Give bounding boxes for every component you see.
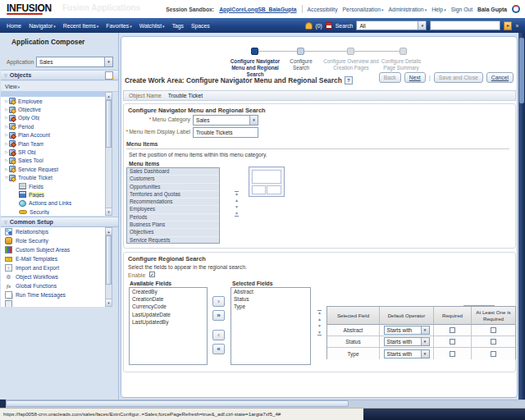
required-checkbox[interactable]	[450, 351, 455, 357]
menu-item-option[interactable]: Business Plans	[127, 221, 219, 229]
shuttle-move-all-button[interactable]: »	[212, 310, 225, 321]
default-operator-select[interactable]: Starts with▼	[384, 326, 430, 335]
tree-item-pages[interactable]: Pages	[1, 190, 105, 199]
help-icon[interactable]: ?	[345, 76, 353, 84]
back-button[interactable]: Back	[379, 72, 401, 83]
session-sandbox-link[interactable]: ApplCoreLongSB_BalaGupta	[219, 7, 296, 12]
tree-item-objective[interactable]: ▷Objective	[1, 105, 105, 113]
tree-item-employee[interactable]: ▷Employee	[1, 97, 105, 105]
tree-item-plan-account[interactable]: ▷Plan Account	[1, 131, 105, 139]
tree-item-sr-obj[interactable]: ▷SR Obj	[1, 148, 105, 156]
scrollbar-thumb[interactable]	[519, 38, 524, 103]
search-scope-select[interactable]: All▼	[356, 21, 427, 30]
shuttle-remove-all-button[interactable]: «	[212, 344, 225, 354]
move-up-icon[interactable]: ▲	[235, 199, 239, 203]
available-field-option[interactable]: CreationDate	[130, 295, 207, 303]
menu-item-option[interactable]: Opportunities	[127, 184, 219, 191]
menu-item-option[interactable]: Customers	[127, 176, 219, 183]
train-step-1-marker[interactable]	[251, 48, 258, 55]
scrollbar-thumb[interactable]	[106, 235, 112, 285]
selected-field-option[interactable]: Type	[231, 303, 310, 310]
at-least-one-checkbox[interactable]	[491, 339, 496, 345]
dropdown-arrow-icon[interactable]: ▼	[421, 350, 429, 358]
nav-watchlist[interactable]: Watchlist▾	[139, 23, 165, 29]
nav-home[interactable]: Home	[7, 23, 21, 29]
notifications-bell-icon[interactable]	[305, 22, 313, 30]
nav-tags[interactable]: Tags	[172, 23, 184, 29]
tree-item-plan-team[interactable]: ▷Plan Team	[1, 139, 105, 148]
train-step-2-label[interactable]: Configure Search	[281, 58, 321, 71]
calendar-icon[interactable]	[326, 22, 332, 29]
available-field-option[interactable]: LastUpdatedBy	[130, 318, 207, 326]
available-field-option[interactable]: LastUpdateDate	[130, 311, 207, 318]
common-item-partial[interactable]	[1, 299, 105, 307]
tree-item-service-request[interactable]: ▷Service Request	[1, 165, 105, 173]
at-least-one-checkbox[interactable]	[491, 351, 496, 357]
default-operator-select[interactable]: Starts with▼	[384, 349, 430, 358]
search-input[interactable]	[430, 21, 500, 30]
common-item-email-templates[interactable]: E-Mail Templates	[1, 254, 105, 263]
enable-checkbox[interactable]: ✓	[149, 272, 155, 277]
tree-item-opty-obj[interactable]: ▷Opty Obj	[1, 114, 105, 122]
common-item-import-export[interactable]: ↑Import and Export	[1, 263, 105, 272]
nav-navigator[interactable]: Navigator▾	[29, 23, 56, 29]
scroll-up-icon[interactable]: ▲	[106, 93, 112, 100]
link-accessibility[interactable]: Accessibility	[308, 7, 338, 12]
menu-item-option[interactable]: Periods	[127, 214, 219, 221]
default-operator-select[interactable]: Starts with▼	[384, 337, 430, 346]
dropdown-arrow-icon[interactable]: ▼	[418, 21, 426, 30]
tree-item-fields[interactable]: Fields	[1, 182, 105, 190]
common-setup-scrollbar[interactable]: ▲ ▼	[105, 227, 112, 307]
scroll-down-icon[interactable]: ▼	[106, 208, 112, 215]
available-field-option[interactable]: CurrencyCode	[130, 303, 207, 310]
save-and-close-button[interactable]: Save and Close	[434, 72, 483, 83]
selected-field-option[interactable]: Status	[231, 295, 310, 303]
menu-item-display-input[interactable]: Trouble Tickets	[193, 127, 258, 138]
application-select[interactable]: Sales▼	[36, 57, 113, 67]
dropdown-arrow-icon[interactable]: ▼	[249, 116, 258, 125]
new-object-icon[interactable]	[105, 71, 113, 80]
common-item-custom-subject-areas[interactable]: Custom Subject Areas	[1, 245, 105, 254]
scroll-up-icon[interactable]: ▲	[106, 228, 112, 235]
common-item-relationships[interactable]: Relationships	[1, 227, 105, 236]
nav-recent-items[interactable]: Recent Items▾	[63, 23, 99, 29]
move-bottom-icon[interactable]: ▼	[317, 331, 322, 336]
tree-item-sales-tool[interactable]: ▷Sales Tool	[1, 157, 105, 165]
common-item-object-workflows[interactable]: ⚙Object Workflows	[1, 272, 105, 281]
dropdown-arrow-icon[interactable]: ▼	[104, 57, 112, 66]
next-button[interactable]: Next	[404, 72, 426, 83]
train-step-1-label[interactable]: Configure Navigator Menu and Regional Se…	[223, 58, 287, 78]
dropdown-arrow-icon[interactable]: ▼	[421, 326, 429, 334]
menu-category-select[interactable]: Sales▼	[193, 115, 258, 126]
view-menu-button[interactable]: View▾	[5, 84, 20, 89]
tree-item-trouble-ticket[interactable]: ▽Trouble Ticket	[1, 174, 105, 182]
selected-field-option[interactable]: Abstract	[231, 288, 310, 295]
common-item-run-time-messages[interactable]: Run Time Messages	[1, 290, 105, 299]
tree-scrollbar[interactable]: ▲ ▼	[105, 92, 112, 216]
available-field-option[interactable]: CreatedBy	[130, 288, 207, 295]
required-checkbox[interactable]	[450, 327, 455, 333]
common-item-role-security[interactable]: Role Security	[1, 236, 105, 245]
tree-item-security[interactable]: Security	[1, 208, 105, 216]
advanced-search-icon[interactable]: »	[515, 23, 518, 29]
menu-item-option[interactable]: Territories and Quotas	[127, 191, 219, 199]
menu-administration[interactable]: Administration▾	[389, 7, 427, 12]
link-sign-out[interactable]: Sign Out	[451, 7, 472, 12]
nav-spaces[interactable]: Spaces	[191, 23, 210, 29]
common-item-global-functions[interactable]: fxGlobal Functions	[1, 281, 105, 290]
dropdown-arrow-icon[interactable]: ▼	[421, 338, 429, 345]
menu-item-option[interactable]: Recommendations	[127, 199, 219, 206]
objects-panel-header[interactable]: ▽ Objects	[1, 70, 118, 80]
collapse-icon[interactable]: ▽	[4, 220, 7, 225]
user-avatar-icon[interactable]	[512, 5, 520, 13]
move-up-icon[interactable]: ▲	[317, 317, 322, 322]
move-top-icon[interactable]: ▲	[317, 310, 322, 315]
menu-item-option[interactable]: Service Requests	[127, 237, 219, 244]
menu-item-option[interactable]: Objectives	[127, 229, 219, 236]
search-go-button[interactable]: ►	[504, 21, 512, 30]
at-least-one-checkbox[interactable]	[491, 327, 496, 333]
move-down-icon[interactable]: ▼	[235, 205, 239, 209]
move-top-icon[interactable]: ▲	[235, 191, 239, 196]
tree-item-period[interactable]: ▷Period	[1, 122, 105, 130]
train-step-2-marker[interactable]	[297, 48, 304, 55]
